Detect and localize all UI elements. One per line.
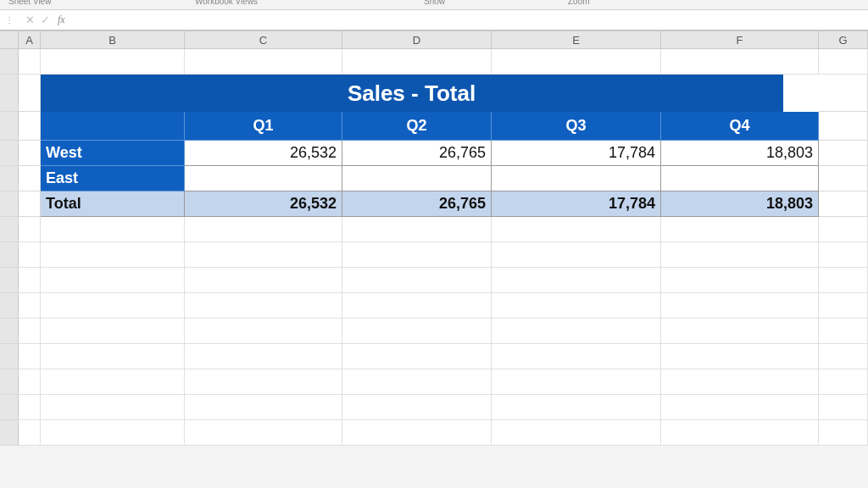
cell[interactable] bbox=[342, 395, 492, 420]
cell[interactable] bbox=[19, 268, 41, 293]
row-header[interactable] bbox=[0, 369, 19, 395]
row-header[interactable] bbox=[0, 191, 19, 217]
cell[interactable] bbox=[661, 49, 819, 75]
cell[interactable] bbox=[342, 49, 492, 75]
row-header[interactable] bbox=[0, 166, 19, 191]
cell[interactable] bbox=[342, 319, 492, 344]
cell[interactable] bbox=[19, 75, 41, 112]
row-header[interactable] bbox=[0, 420, 19, 446]
row-header[interactable] bbox=[0, 112, 19, 141]
cell[interactable] bbox=[19, 369, 41, 395]
cell[interactable] bbox=[819, 293, 868, 319]
table-title[interactable]: Sales - Total bbox=[41, 75, 185, 112]
cell[interactable] bbox=[185, 420, 342, 446]
cell[interactable] bbox=[41, 420, 185, 446]
col-header-q4[interactable]: Q4 bbox=[661, 112, 819, 141]
col-header-c[interactable]: C bbox=[185, 31, 342, 48]
row-header[interactable] bbox=[0, 395, 19, 420]
cell[interactable] bbox=[185, 369, 342, 395]
cell[interactable] bbox=[185, 268, 342, 293]
col-header-g[interactable]: G bbox=[819, 31, 868, 48]
cell[interactable] bbox=[185, 242, 342, 268]
cell[interactable] bbox=[819, 344, 868, 369]
cell[interactable] bbox=[819, 166, 868, 191]
cell-west-q1[interactable]: 26,532 bbox=[185, 141, 342, 166]
row-header[interactable] bbox=[0, 319, 19, 344]
cell-west-q2[interactable]: 26,765 bbox=[342, 141, 492, 166]
cell[interactable] bbox=[185, 217, 342, 242]
cell[interactable] bbox=[492, 293, 661, 319]
cell[interactable] bbox=[342, 369, 492, 395]
cell[interactable] bbox=[819, 268, 868, 293]
cell[interactable] bbox=[342, 344, 492, 369]
cell[interactable] bbox=[41, 319, 185, 344]
cell-east-q4[interactable] bbox=[661, 166, 819, 191]
row-label-total[interactable]: Total bbox=[41, 191, 185, 217]
fx-label[interactable]: fx bbox=[58, 14, 65, 26]
cell[interactable] bbox=[661, 420, 819, 446]
cell[interactable] bbox=[41, 293, 185, 319]
row-header[interactable] bbox=[0, 268, 19, 293]
cell[interactable] bbox=[492, 217, 661, 242]
spreadsheet-grid[interactable]: Sales - Total Q1 Q2 Q3 Q4 West 26,532 26… bbox=[0, 49, 868, 446]
row-label-east[interactable]: East bbox=[41, 166, 185, 191]
cell[interactable] bbox=[342, 293, 492, 319]
cell[interactable] bbox=[819, 217, 868, 242]
cell-total-q1[interactable]: 26,532 bbox=[185, 191, 342, 217]
cell[interactable] bbox=[19, 293, 41, 319]
cell[interactable] bbox=[492, 344, 661, 369]
cell[interactable] bbox=[819, 242, 868, 268]
row-header[interactable] bbox=[0, 293, 19, 319]
cell[interactable] bbox=[41, 369, 185, 395]
cell-east-q2[interactable] bbox=[342, 166, 492, 191]
cell-east-q1[interactable] bbox=[185, 166, 342, 191]
row-header[interactable] bbox=[0, 242, 19, 268]
cell[interactable] bbox=[492, 49, 661, 75]
cell[interactable] bbox=[819, 49, 868, 75]
cell[interactable] bbox=[661, 369, 819, 395]
col-header-d[interactable]: D bbox=[342, 31, 492, 48]
col-header-e[interactable]: E bbox=[492, 31, 661, 48]
formula-expand-icon[interactable]: ⋮ bbox=[3, 14, 15, 26]
cell[interactable] bbox=[19, 217, 41, 242]
cell[interactable] bbox=[19, 49, 41, 75]
cell[interactable] bbox=[19, 242, 41, 268]
cell[interactable] bbox=[19, 319, 41, 344]
cell[interactable] bbox=[41, 395, 185, 420]
col-header-q2[interactable]: Q2 bbox=[342, 112, 492, 141]
cell[interactable] bbox=[185, 344, 342, 369]
cell[interactable] bbox=[819, 395, 868, 420]
cell[interactable] bbox=[342, 242, 492, 268]
select-all-corner[interactable] bbox=[0, 31, 19, 48]
cell[interactable] bbox=[492, 319, 661, 344]
cell-total-q2[interactable]: 26,765 bbox=[342, 191, 492, 217]
cell[interactable] bbox=[19, 191, 41, 217]
cell[interactable] bbox=[492, 242, 661, 268]
cell-total-q3[interactable]: 17,784 bbox=[492, 191, 661, 217]
col-header-a[interactable]: A bbox=[19, 31, 41, 48]
cell[interactable] bbox=[342, 420, 492, 446]
cell[interactable] bbox=[819, 112, 868, 141]
cell[interactable] bbox=[492, 395, 661, 420]
cell-west-q3[interactable]: 17,784 bbox=[492, 141, 661, 166]
cell[interactable] bbox=[41, 344, 185, 369]
cell[interactable] bbox=[661, 319, 819, 344]
col-header-f[interactable]: F bbox=[661, 31, 819, 48]
formula-cancel-button[interactable]: ✕ bbox=[22, 14, 37, 26]
cell[interactable] bbox=[819, 141, 868, 166]
cell[interactable] bbox=[661, 242, 819, 268]
cell[interactable] bbox=[19, 395, 41, 420]
cell[interactable] bbox=[41, 242, 185, 268]
cell[interactable] bbox=[185, 319, 342, 344]
cell[interactable] bbox=[41, 217, 185, 242]
cell[interactable] bbox=[19, 112, 41, 141]
row-header[interactable] bbox=[0, 49, 19, 75]
cell-west-q4[interactable]: 18,803 bbox=[661, 141, 819, 166]
cell[interactable] bbox=[19, 344, 41, 369]
row-header[interactable] bbox=[0, 141, 19, 166]
formula-enter-button[interactable]: ✓ bbox=[37, 14, 53, 26]
cell[interactable] bbox=[819, 369, 868, 395]
col-header-q1[interactable]: Q1 bbox=[185, 112, 342, 141]
cell[interactable] bbox=[661, 395, 819, 420]
cell[interactable] bbox=[185, 293, 342, 319]
